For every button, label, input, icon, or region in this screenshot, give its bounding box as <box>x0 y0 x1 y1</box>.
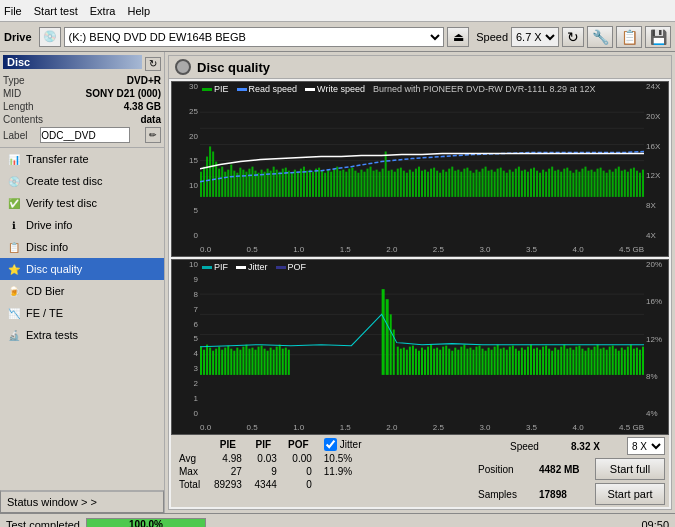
svg-rect-36 <box>294 170 296 197</box>
length-label: Length <box>3 101 34 112</box>
settings-icon[interactable]: 🔧 <box>587 26 613 48</box>
svg-rect-224 <box>500 349 502 375</box>
eject-button[interactable]: ⏏ <box>447 27 469 47</box>
disc-label-input[interactable] <box>40 127 130 143</box>
svg-rect-252 <box>584 351 586 375</box>
bottom-chart: PIF Jitter POF 10 9 <box>171 259 669 435</box>
svg-rect-7 <box>206 157 208 197</box>
label-edit-icon[interactable]: ✏ <box>145 127 161 143</box>
svg-rect-122 <box>554 171 556 197</box>
menubar: File Start test Extra Help <box>0 0 675 22</box>
svg-rect-141 <box>612 172 614 197</box>
svg-rect-129 <box>575 170 577 197</box>
refresh-icon[interactable]: ↻ <box>562 27 584 47</box>
svg-rect-5 <box>200 172 202 197</box>
nav-disc-info[interactable]: 📋 Disc info <box>0 236 164 258</box>
svg-rect-27 <box>267 169 269 197</box>
start-part-button[interactable]: Start part <box>595 483 665 505</box>
legend-pof: POF <box>276 262 307 272</box>
menu-extra[interactable]: Extra <box>90 5 116 17</box>
top-chart-svg <box>200 96 644 197</box>
speed-label: Speed <box>476 31 508 43</box>
svg-rect-108 <box>512 172 514 197</box>
nav-create-test-disc[interactable]: 💿 Create test disc <box>0 170 164 192</box>
svg-rect-199 <box>424 350 426 375</box>
panel-title: Disc quality <box>197 60 270 75</box>
nav-verify-test-disc[interactable]: ✅ Verify test disc <box>0 192 164 214</box>
svg-rect-14 <box>227 170 229 197</box>
svg-rect-222 <box>494 347 496 375</box>
nav-extra-tests[interactable]: 🔬 Extra tests <box>0 324 164 346</box>
nav-fe-te[interactable]: 📉 FE / TE <box>0 302 164 324</box>
drive-label: Drive <box>4 31 32 43</box>
svg-rect-158 <box>206 345 208 375</box>
svg-rect-98 <box>482 169 484 197</box>
svg-rect-67 <box>388 171 390 197</box>
svg-rect-266 <box>627 347 629 375</box>
svg-rect-248 <box>572 350 574 375</box>
svg-rect-21 <box>248 169 250 197</box>
stats-total-label: Total <box>175 478 210 491</box>
nav-cd-bier[interactable]: 🍺 CD Bier <box>0 280 164 302</box>
speed-value: 8.32 X <box>571 441 621 452</box>
svg-rect-227 <box>509 347 511 375</box>
svg-rect-73 <box>406 173 408 197</box>
svg-rect-235 <box>533 349 535 375</box>
svg-rect-204 <box>439 350 441 375</box>
svg-rect-185 <box>288 350 290 375</box>
top-chart-y-left: 30 25 20 15 10 5 0 <box>172 82 200 240</box>
nav-transfer-rate-label: Transfer rate <box>26 153 89 165</box>
svg-rect-183 <box>282 349 284 375</box>
fe-te-icon: 📉 <box>6 305 22 321</box>
nav-drive-info-label: Drive info <box>26 219 72 231</box>
svg-rect-97 <box>479 172 481 197</box>
header-toolbar: Drive 💿 (K:) BENQ DVD DD EW164B BEGB ⏏ S… <box>0 22 675 52</box>
svg-rect-124 <box>560 172 562 197</box>
nav-drive-info[interactable]: ℹ Drive info <box>0 214 164 236</box>
svg-rect-101 <box>491 170 493 197</box>
legend-pie: PIE <box>202 84 229 94</box>
start-full-button[interactable]: Start full <box>595 458 665 480</box>
disc-label-label: Label <box>3 130 27 141</box>
svg-rect-121 <box>551 167 553 197</box>
svg-rect-269 <box>636 348 638 375</box>
pif-legend-label: PIF <box>214 262 228 272</box>
svg-rect-76 <box>415 169 417 197</box>
length-value: 4.38 GB <box>124 101 161 112</box>
write-speed-legend-dot <box>305 88 315 91</box>
svg-rect-176 <box>261 346 263 375</box>
svg-rect-213 <box>466 349 468 375</box>
disc-quality-panel: Disc quality PIE Read speed <box>168 55 672 510</box>
svg-rect-113 <box>527 172 529 197</box>
svg-rect-80 <box>427 172 429 197</box>
speed-row: Speed 8.32 X 8 X <box>510 437 665 455</box>
info-icon[interactable]: 📋 <box>616 26 642 48</box>
menu-help[interactable]: Help <box>127 5 150 17</box>
stats-row-avg: Avg 4.98 0.03 0.00 10.5% <box>175 452 365 465</box>
save-icon[interactable]: 💾 <box>645 26 671 48</box>
nav-disc-quality[interactable]: ⭐ Disc quality <box>0 258 164 280</box>
svg-rect-218 <box>482 349 484 375</box>
svg-rect-82 <box>433 168 435 197</box>
status-text: Test completed <box>6 519 80 528</box>
speed-dropdown[interactable]: 8 X <box>627 437 665 455</box>
drive-select[interactable]: (K:) BENQ DVD DD EW164B BEGB <box>64 27 445 47</box>
speed-select[interactable]: 6.7 X <box>511 27 559 47</box>
svg-rect-202 <box>433 349 435 375</box>
menu-start-test[interactable]: Start test <box>34 5 78 17</box>
svg-rect-271 <box>642 347 644 375</box>
jitter-checkbox[interactable] <box>324 438 337 451</box>
svg-rect-70 <box>397 169 399 197</box>
svg-rect-136 <box>597 169 599 197</box>
svg-rect-102 <box>494 172 496 197</box>
svg-rect-253 <box>587 348 589 375</box>
disc-refresh-icon[interactable]: ↻ <box>145 57 161 71</box>
svg-rect-61 <box>370 167 372 197</box>
svg-rect-22 <box>251 167 253 197</box>
menu-file[interactable]: File <box>4 5 22 17</box>
svg-rect-249 <box>575 347 577 375</box>
svg-rect-60 <box>367 169 369 197</box>
nav-verify-test-disc-label: Verify test disc <box>26 197 97 209</box>
status-window-button[interactable]: Status window > > <box>0 490 164 513</box>
nav-transfer-rate[interactable]: 📊 Transfer rate <box>0 148 164 170</box>
